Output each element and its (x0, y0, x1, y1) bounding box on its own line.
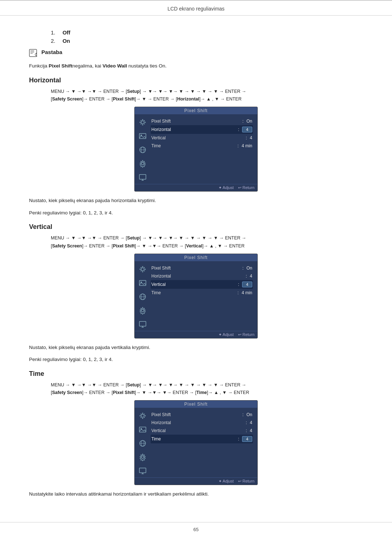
screen-row-pixelshift: Pixel Shift :On (151, 117, 253, 125)
adjust-btn-v: ✦ Adjust (219, 332, 234, 337)
screen-row-ps-v: Pixel Shift :On (151, 264, 253, 272)
screen-row-vertical: Vertical :4 (151, 134, 253, 142)
screen-footer-vertical: ✦ Adjust ↩ Return (135, 331, 257, 338)
svg-rect-19 (139, 175, 146, 179)
screen-main-horizontal: Pixel Shift :On Horizontal :4 Vertical :… (149, 116, 256, 182)
vertical-desc2: Penki reguliavimo lygiai: 0, 1, 2, 3, ir… (29, 356, 363, 364)
sidebar-icon-t3 (138, 438, 148, 448)
nav-path-vertical: MENU → ▼ →▼ →▼ → ENTER → [Setup] → ▼→ ▼→… (51, 234, 363, 250)
svg-point-12 (144, 120, 144, 121)
return-btn-t: ↩ Return (238, 479, 254, 484)
sidebar-icon-v1 (138, 264, 148, 274)
screen-row-time-selected: Time :4 (151, 435, 253, 443)
svg-rect-55 (139, 468, 146, 473)
page-container: LCD ekrano reguliavimas 1. Off 2. On (0, 0, 392, 554)
page-title: LCD ekrano reguliavimas (0, 1, 392, 16)
screen-body-vertical: Pixel Shift :On Horizontal :4 Vertical :… (135, 261, 257, 331)
item-num-1: 1. (51, 29, 61, 36)
pixel-shift-screen-vertical: Pixel Shift (134, 254, 258, 338)
note-label: Pastaba (41, 49, 62, 55)
svg-point-4 (141, 121, 144, 124)
svg-point-48 (144, 414, 144, 415)
svg-point-27 (140, 267, 141, 268)
nav-path-time: MENU → ▼ →▼ →▼ → ENTER → [Setup] → ▼→ ▼→… (51, 381, 363, 397)
sidebar-icon-t5 (138, 466, 148, 476)
svg-point-7 (140, 122, 141, 123)
svg-point-41 (142, 413, 143, 414)
item-label-1: Off (62, 29, 70, 36)
svg-point-47 (140, 417, 141, 418)
time-desc1: Nustatykite laiko intervalus atitinkamai… (29, 490, 363, 498)
svg-point-36 (142, 309, 144, 312)
svg-point-42 (142, 418, 143, 419)
svg-point-23 (142, 266, 143, 267)
svg-rect-49 (139, 427, 146, 432)
screen-footer-horizontal: ✦ Adjust ↩ Return (135, 184, 257, 191)
sidebar-icon-t4 (138, 452, 148, 462)
screen-main-vertical: Pixel Shift :On Horizontal :4 Vertical :… (149, 263, 256, 329)
svg-rect-31 (139, 280, 146, 286)
vertical-desc1: Nustato, kiek pikselių ekranas pajuda ve… (29, 344, 363, 352)
return-btn-h: ↩ Return (238, 185, 254, 190)
svg-point-10 (144, 123, 144, 124)
svg-point-30 (144, 267, 144, 268)
screen-footer-time: ✦ Adjust ↩ Return (135, 477, 257, 485)
screen-time: Pixel Shift (29, 400, 363, 485)
numbered-list: 1. Off 2. On (51, 29, 363, 44)
svg-point-45 (140, 414, 141, 415)
screen-horizontal: Pixel Shift (29, 107, 363, 192)
svg-point-8 (145, 122, 146, 123)
sidebar-icon-v2 (138, 278, 148, 288)
sidebar-icon-v4 (138, 305, 148, 316)
pixel-shift-screen-time: Pixel Shift (134, 400, 258, 485)
screen-row-horizontal-selected: Horizontal :4 (151, 125, 253, 134)
note-text: Funkcija Pixel Shiftnegalima, kai Video … (29, 62, 363, 70)
section-heading-vertical: Vertical (29, 223, 363, 231)
nav-path-horizontal: MENU → ▼ →▼ →▼ → ENTER → [Setup] → ▼→ ▼→… (51, 88, 363, 103)
svg-point-11 (140, 123, 141, 124)
list-item: 2. On (51, 38, 363, 44)
svg-point-18 (142, 163, 144, 165)
screen-sidebar-horizontal (136, 116, 149, 182)
svg-point-28 (144, 270, 144, 271)
section-heading-horizontal: Horizontal (29, 77, 363, 84)
section-heading-time: Time (29, 370, 363, 378)
item-num-2: 2. (51, 38, 61, 44)
svg-point-43 (140, 415, 141, 416)
note-icon (29, 49, 38, 58)
sidebar-icon-3 (138, 145, 148, 155)
svg-point-25 (140, 268, 141, 270)
screen-row-ps-t: Pixel Shift :On (151, 411, 253, 419)
screen-title-vertical: Pixel Shift (135, 254, 257, 261)
horizontal-desc1: Nustato, kiek pikselių ekranas pajuda ho… (29, 197, 363, 205)
svg-point-6 (142, 124, 143, 126)
return-btn-v: ↩ Return (238, 332, 254, 337)
svg-point-22 (141, 268, 144, 271)
content-area: 1. Off 2. On Pastaba (0, 22, 392, 515)
horizontal-desc2: Penki reguliavimo lygiai: 0, 1, 2, 3, ir… (29, 209, 363, 217)
item-label-2: On (62, 38, 70, 44)
pixel-shift-screen-horizontal: Pixel Shift (134, 107, 258, 192)
svg-rect-37 (139, 321, 146, 326)
svg-point-26 (145, 268, 146, 270)
list-item: 1. Off (51, 29, 363, 36)
screen-vertical: Pixel Shift (29, 254, 363, 338)
svg-point-46 (144, 417, 144, 418)
svg-point-54 (142, 456, 144, 459)
sidebar-icon-t1 (138, 411, 148, 421)
svg-point-5 (142, 119, 143, 120)
screen-row-time-v: Time :4 min (151, 289, 253, 297)
sidebar-icon-2 (138, 131, 148, 141)
sidebar-icon-v5 (138, 319, 148, 329)
svg-point-29 (140, 270, 141, 271)
sidebar-icon-4 (138, 159, 148, 169)
screen-body-time: Pixel Shift :On Horizontal :4 Vertical :… (135, 408, 257, 477)
screen-sidebar-time (136, 410, 149, 476)
svg-point-44 (145, 415, 146, 416)
screen-row-time: Time :4 min (151, 142, 253, 150)
svg-point-24 (142, 271, 143, 272)
screen-body-horizontal: Pixel Shift :On Horizontal :4 Vertical :… (135, 114, 257, 184)
screen-row-v-t: Vertical :4 (151, 427, 253, 435)
svg-point-9 (140, 120, 141, 121)
screen-title-horizontal: Pixel Shift (135, 107, 257, 114)
